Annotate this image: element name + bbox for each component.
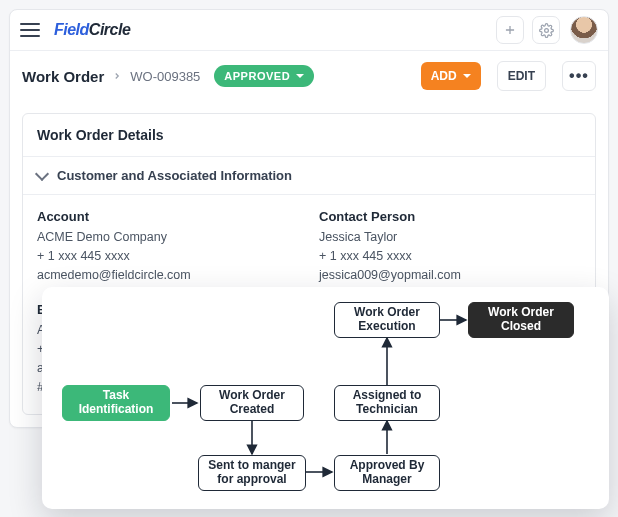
menu-icon[interactable] bbox=[20, 23, 40, 37]
chevron-down-icon bbox=[296, 74, 304, 82]
add-button[interactable]: ADD bbox=[421, 62, 481, 90]
workflow-diagram: Task Identification Work Order Created S… bbox=[42, 287, 609, 509]
details-title: Work Order Details bbox=[23, 114, 595, 157]
contact-block: Contact Person Jessica Taylor + 1 xxx 44… bbox=[319, 209, 581, 284]
breadcrumb-id: WO-009385 bbox=[130, 69, 200, 84]
account-phone: + 1 xxx 445 xxxx bbox=[37, 247, 299, 266]
chevron-down-icon bbox=[463, 74, 471, 82]
section-toggle-customer[interactable]: Customer and Associated Information bbox=[23, 157, 595, 195]
contact-email: jessica009@yopmail.com bbox=[319, 266, 581, 285]
more-button[interactable]: ••• bbox=[562, 61, 596, 91]
avatar[interactable] bbox=[570, 16, 598, 44]
account-email: acmedemo@fieldcircle.com bbox=[37, 266, 299, 285]
chevron-down-icon bbox=[35, 167, 49, 181]
section-label: Customer and Associated Information bbox=[57, 168, 292, 183]
account-label: Account bbox=[37, 209, 299, 224]
status-label: APPROVED bbox=[224, 70, 290, 82]
breadcrumb-root[interactable]: Work Order bbox=[22, 68, 104, 85]
svg-point-0 bbox=[544, 28, 548, 32]
add-label: ADD bbox=[431, 69, 457, 83]
account-name: ACME Demo Company bbox=[37, 228, 299, 247]
logo-field: Field bbox=[54, 21, 89, 39]
edit-button[interactable]: EDIT bbox=[497, 61, 546, 91]
gear-icon[interactable] bbox=[532, 16, 560, 44]
contact-name: Jessica Taylor bbox=[319, 228, 581, 247]
flow-node-sent-approval: Sent to manger for approval bbox=[198, 455, 306, 491]
status-pill[interactable]: APPROVED bbox=[214, 65, 314, 87]
brand-logo: FieldCircle bbox=[54, 21, 130, 39]
flow-node-closed: Work Order Closed bbox=[468, 302, 574, 338]
flow-node-approved: Approved By Manager bbox=[334, 455, 440, 491]
flow-node-task-identification: Task Identification bbox=[62, 385, 170, 421]
plus-icon[interactable] bbox=[496, 16, 524, 44]
logo-circle: Circle bbox=[89, 21, 130, 39]
flow-node-assigned: Assigned to Technician bbox=[334, 385, 440, 421]
contact-phone: + 1 xxx 445 xxxx bbox=[319, 247, 581, 266]
account-block: Account ACME Demo Company + 1 xxx 445 xx… bbox=[37, 209, 299, 284]
flow-node-wo-created: Work Order Created bbox=[200, 385, 304, 421]
chevron-right-icon bbox=[112, 67, 122, 85]
contact-label: Contact Person bbox=[319, 209, 581, 224]
flow-node-execution: Work Order Execution bbox=[334, 302, 440, 338]
